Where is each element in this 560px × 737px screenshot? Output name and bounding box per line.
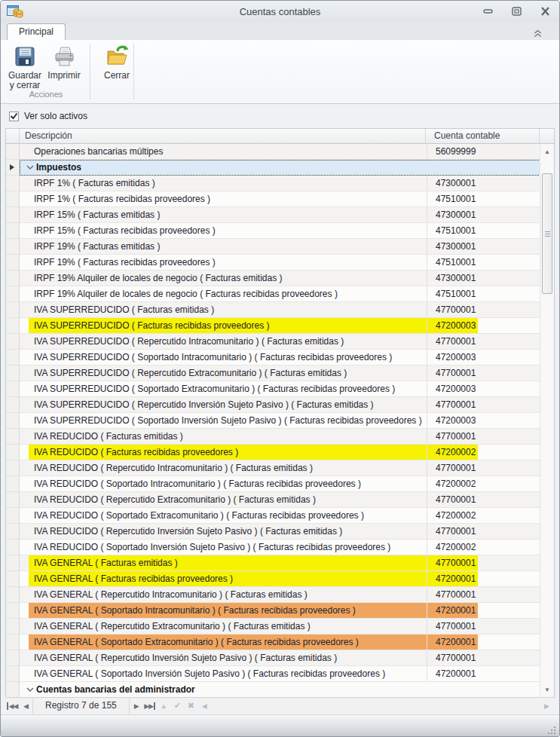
table-row[interactable]: IVA GENERAL ( Repercutido Inversión Suje… xyxy=(6,650,554,666)
table-row[interactable]: IVA REDUCIDO ( Soportado Extracomunitari… xyxy=(6,508,554,524)
cell-account[interactable]: 47700001 xyxy=(427,460,540,476)
table-row[interactable]: IVA REDUCIDO ( Soportado Intracomunitari… xyxy=(6,476,554,492)
maximize-button[interactable] xyxy=(510,5,523,17)
table-row[interactable]: IRPF 15% ( Facturas recibidas proveedore… xyxy=(6,223,554,239)
cell-description[interactable]: IVA REDUCIDO ( Facturas emitidas ) xyxy=(29,429,427,444)
last-record-button[interactable]: ▶▶ xyxy=(143,702,157,710)
close-window-button[interactable]: Cerrar xyxy=(97,43,136,90)
table-row[interactable]: IVA SUPERREDUCIDO ( Soportado Intracomun… xyxy=(6,350,554,365)
cell-description[interactable]: IVA REDUCIDO ( Repercutido Intracomunita… xyxy=(29,460,427,476)
group-collapse-chevron-icon[interactable] xyxy=(26,160,36,175)
table-row[interactable]: IVA REDUCIDO ( Repercutido Extracomunita… xyxy=(6,492,554,508)
cell-account[interactable]: 47200002 xyxy=(427,445,540,460)
cell-description[interactable]: IVA GENERAL ( Facturas emitidas ) xyxy=(29,555,427,570)
cell-description[interactable]: IRPF 15% ( Facturas recibidas proveedore… xyxy=(29,223,427,238)
previous-record-button[interactable]: ◀ xyxy=(19,702,32,710)
cell-description[interactable]: IVA GENERAL ( Soportado Inversión Sujeto… xyxy=(29,666,427,681)
save-and-close-button[interactable]: Guardar y cerrar xyxy=(5,43,44,90)
cell-description[interactable]: IVA SUPERREDUCIDO ( Soportado Extracomun… xyxy=(29,381,427,396)
group-collapse-chevron-icon[interactable] xyxy=(26,682,36,697)
cell-account[interactable]: 47300001 xyxy=(427,176,540,191)
cell-account[interactable]: 47700001 xyxy=(427,555,540,570)
cell-description[interactable]: IVA REDUCIDO ( Repercutido Inversión Suj… xyxy=(29,524,427,539)
tab-principal[interactable]: Principal xyxy=(7,23,66,40)
cell-description[interactable]: IVA SUPERREDUCIDO ( Repercutido Inversió… xyxy=(29,397,427,412)
cell-description[interactable]: IVA SUPERREDUCIDO ( Facturas emitidas ) xyxy=(29,302,427,317)
cell-description[interactable]: IVA GENERAL ( Soportado Extracomunitario… xyxy=(29,635,427,650)
cell-account[interactable]: 47200003 xyxy=(427,381,540,396)
table-row[interactable]: IRPF 1% ( Facturas recibidas proveedores… xyxy=(6,191,554,207)
group-row[interactable]: Impuestos xyxy=(6,160,554,176)
cell-account[interactable]: 47300001 xyxy=(427,207,540,222)
table-row[interactable]: IVA SUPERREDUCIDO ( Soportado Extracomun… xyxy=(6,381,554,397)
append-record-button[interactable]: ▲ xyxy=(157,702,170,710)
scrollbar-thumb[interactable] xyxy=(542,173,552,294)
cell-description[interactable]: IRPF 19% Alquiler de locales de negocio … xyxy=(29,271,427,286)
table-row[interactable]: IVA GENERAL ( Soportado Extracomunitario… xyxy=(6,635,554,650)
cell-account[interactable]: 47700001 xyxy=(427,302,540,317)
first-record-button[interactable]: ◀◀ xyxy=(5,702,19,710)
cell-description[interactable]: IVA REDUCIDO ( Soportado Inversión Sujet… xyxy=(29,540,427,555)
cell-description[interactable]: IRPF 19% Alquiler de locales de negocio … xyxy=(29,286,427,301)
cell-account[interactable]: 47200001 xyxy=(427,635,540,650)
cell-account[interactable]: 47700001 xyxy=(427,365,540,381)
column-header-description[interactable]: Descripción xyxy=(20,129,426,143)
cell-description[interactable]: IVA REDUCIDO ( Soportado Intracomunitari… xyxy=(29,476,427,491)
cell-description[interactable]: IVA SUPERREDUCIDO ( Facturas recibidas p… xyxy=(29,318,427,333)
table-row[interactable]: IVA GENERAL ( Facturas emitidas )4770000… xyxy=(6,555,554,571)
table-row[interactable]: IVA REDUCIDO ( Repercutido Intracomunita… xyxy=(6,460,554,476)
cell-account[interactable]: 47200001 xyxy=(427,666,540,681)
cell-account[interactable]: 47700001 xyxy=(427,650,540,665)
cell-description[interactable]: IVA REDUCIDO ( Repercutido Extracomunita… xyxy=(29,492,427,507)
cell-account[interactable]: 56099999 xyxy=(427,144,540,159)
table-row[interactable]: IRPF 1% ( Facturas emitidas )47300001 xyxy=(6,176,554,191)
table-row[interactable]: IVA REDUCIDO ( Facturas recibidas provee… xyxy=(6,445,554,460)
cell-account[interactable]: 47700001 xyxy=(427,397,540,412)
resize-grip-icon[interactable] xyxy=(547,724,556,733)
table-row[interactable]: IVA GENERAL ( Repercutido Extracomunitar… xyxy=(6,619,554,635)
table-row[interactable]: IVA SUPERREDUCIDO ( Repercutido Extracom… xyxy=(6,365,554,381)
cell-account[interactable]: 47510001 xyxy=(427,286,540,301)
show-active-only-checkbox[interactable] xyxy=(9,112,19,121)
table-row[interactable]: Operaciones bancarias múltipes56099999 xyxy=(6,144,554,160)
next-record-button[interactable]: ▶ xyxy=(130,702,143,710)
cell-description[interactable]: IRPF 1% ( Facturas emitidas ) xyxy=(29,176,427,191)
cell-description[interactable]: IVA SUPERREDUCIDO ( Soportado Inversión … xyxy=(29,413,427,428)
cell-account[interactable]: 47300001 xyxy=(427,271,540,286)
cell-description[interactable]: IVA SUPERREDUCIDO ( Repercutido Extracom… xyxy=(29,365,427,381)
cell-account[interactable]: 47200003 xyxy=(427,318,540,333)
group-row[interactable]: Cuentas bancarias del administrador xyxy=(6,682,554,698)
print-button[interactable]: Imprimir xyxy=(44,43,84,90)
table-row[interactable]: IVA GENERAL ( Soportado Intracomunitario… xyxy=(6,603,554,619)
cell-account[interactable]: 47200002 xyxy=(427,476,540,491)
close-button[interactable] xyxy=(539,5,552,17)
cell-account[interactable]: 47700001 xyxy=(427,492,540,507)
cell-description[interactable]: IVA REDUCIDO ( Soportado Extracomunitari… xyxy=(29,508,427,523)
cell-description[interactable]: IVA REDUCIDO ( Facturas recibidas provee… xyxy=(29,445,427,460)
table-row[interactable]: IVA REDUCIDO ( Facturas emitidas )477000… xyxy=(6,429,554,445)
cell-description[interactable]: IRPF 1% ( Facturas recibidas proveedores… xyxy=(29,191,427,206)
table-row[interactable]: IRPF 15% ( Facturas emitidas )47300001 xyxy=(6,207,554,223)
cell-account[interactable]: 47700001 xyxy=(427,429,540,444)
cell-account[interactable]: 47200001 xyxy=(427,571,540,586)
table-row[interactable]: IVA SUPERREDUCIDO ( Facturas recibidas p… xyxy=(6,318,554,334)
table-row[interactable]: IVA GENERAL ( Soportado Inversión Sujeto… xyxy=(6,666,554,682)
cell-description[interactable]: Operaciones bancarias múltipes xyxy=(29,144,427,159)
cell-description[interactable]: IVA GENERAL ( Repercutido Inversión Suje… xyxy=(29,650,427,665)
end-edit-button[interactable]: ✔ xyxy=(170,701,184,711)
cell-account[interactable]: 47510001 xyxy=(427,223,540,238)
cell-description[interactable]: IVA SUPERREDUCIDO ( Soportado Intracomun… xyxy=(29,350,427,365)
minimize-button[interactable] xyxy=(482,5,494,17)
table-row[interactable]: IVA SUPERREDUCIDO ( Repercutido Inversió… xyxy=(6,397,554,413)
cell-account[interactable]: 47200002 xyxy=(427,508,540,523)
table-row[interactable]: IRPF 19% Alquiler de locales de negocio … xyxy=(6,271,554,286)
cell-account[interactable]: 47200003 xyxy=(427,350,540,365)
cell-account[interactable]: 47300001 xyxy=(427,239,540,254)
cell-account[interactable]: 47700001 xyxy=(427,524,540,539)
table-row[interactable]: IVA REDUCIDO ( Soportado Inversión Sujet… xyxy=(6,540,554,555)
cell-description[interactable]: IVA GENERAL ( Repercutido Extracomunitar… xyxy=(29,619,427,634)
table-row[interactable]: IVA SUPERREDUCIDO ( Repercutido Intracom… xyxy=(6,334,554,350)
table-row[interactable]: IVA SUPERREDUCIDO ( Facturas emitidas )4… xyxy=(6,302,554,318)
column-header-account[interactable]: Cuenta contable xyxy=(426,129,540,143)
cell-account[interactable]: 47510001 xyxy=(427,255,540,270)
